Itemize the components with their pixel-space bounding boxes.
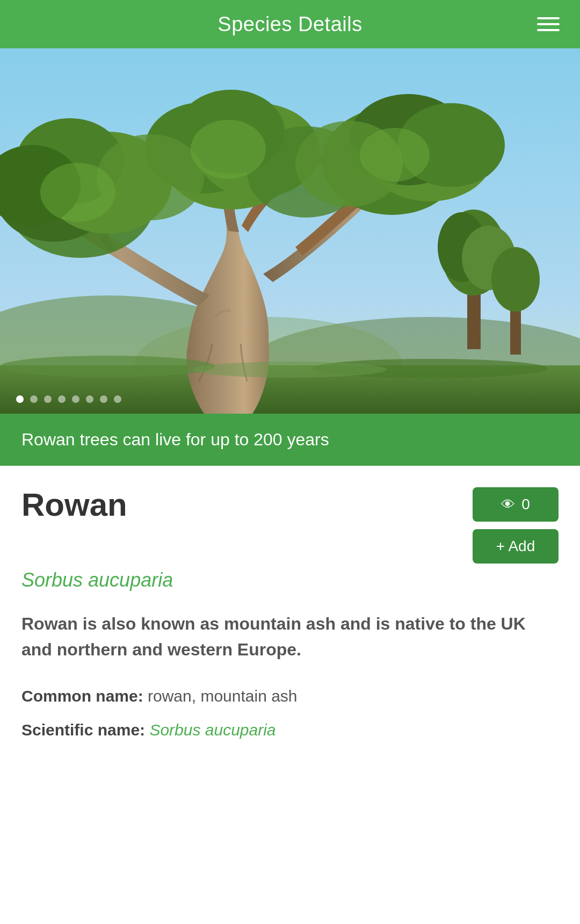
add-label: + Add <box>496 538 535 555</box>
menu-button[interactable] <box>533 13 564 35</box>
observations-count: 0 <box>521 496 530 513</box>
carousel-dot-2[interactable] <box>30 395 38 403</box>
species-common-name: Rowan <box>21 487 127 523</box>
svg-point-29 <box>360 128 430 182</box>
hero-image <box>0 48 580 414</box>
add-button[interactable]: + Add <box>473 529 559 564</box>
carousel-dot-6[interactable] <box>86 395 93 403</box>
common-name-label: Common name: <box>21 687 148 705</box>
svg-point-27 <box>40 163 115 222</box>
species-description: Rowan is also known as mountain ash and … <box>21 611 559 662</box>
common-name-detail: Common name: rowan, mountain ash <box>21 684 559 708</box>
carousel-dot-3[interactable] <box>44 395 52 403</box>
eye-icon: 👁 <box>501 496 515 513</box>
scientific-name-detail: Scientific name: Sorbus aucuparia <box>21 718 559 742</box>
common-name-value: rowan, mountain ash <box>148 687 298 705</box>
action-buttons: 👁 0 + Add <box>473 487 559 564</box>
hamburger-line-2 <box>537 23 560 25</box>
carousel-dot-5[interactable] <box>72 395 79 403</box>
svg-point-32 <box>193 362 387 378</box>
carousel-dot-4[interactable] <box>58 395 66 403</box>
carousel-dot-7[interactable] <box>100 395 107 403</box>
page-title: Species Details <box>218 13 362 36</box>
hamburger-line-3 <box>537 29 560 31</box>
fact-banner: Rowan trees can live for up to 200 years <box>0 414 580 466</box>
scientific-name-value: Sorbus aucuparia <box>149 721 276 739</box>
hamburger-line-1 <box>537 17 560 19</box>
species-scientific-name: Sorbus aucuparia <box>21 569 559 591</box>
species-info-section: Rowan 👁 0 + Add Sorbus aucuparia Rowan i… <box>0 466 580 768</box>
species-names: Rowan <box>21 487 127 523</box>
scientific-name-label: Scientific name: <box>21 721 149 739</box>
carousel-dot-1[interactable] <box>16 395 24 403</box>
svg-point-30 <box>0 356 215 377</box>
hero-image-container <box>0 48 580 414</box>
svg-point-28 <box>191 120 266 179</box>
app-header: Species Details <box>0 0 580 48</box>
fact-text: Rowan trees can live for up to 200 years <box>21 430 559 450</box>
carousel-dots <box>16 395 121 403</box>
observations-button[interactable]: 👁 0 <box>473 487 559 522</box>
svg-point-10 <box>491 247 540 312</box>
species-header: Rowan 👁 0 + Add <box>21 487 559 564</box>
svg-point-24 <box>97 134 204 220</box>
carousel-dot-8[interactable] <box>114 395 121 403</box>
